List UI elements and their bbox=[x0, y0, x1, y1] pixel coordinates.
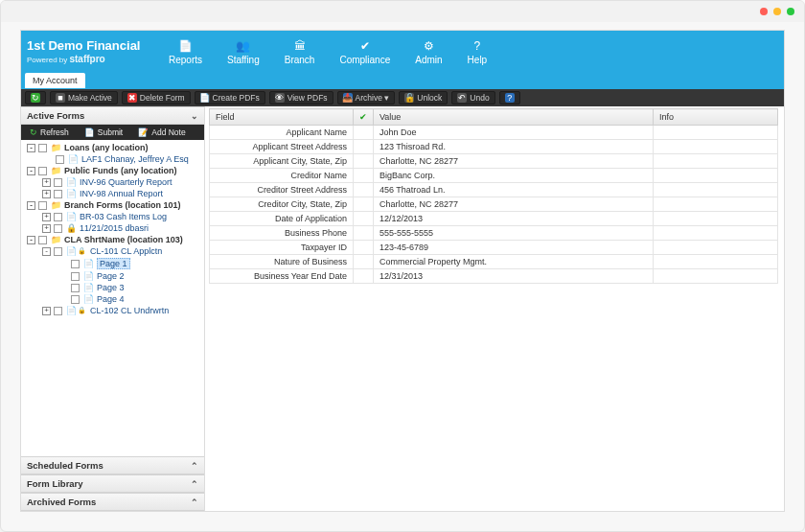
tree-item[interactable]: -📄🔒CL-101 CL Applctn bbox=[21, 245, 204, 257]
tree-view[interactable]: -📁Loans (any location)📄LAF1 Chanay, Jeff… bbox=[21, 140, 204, 456]
expand-toggle[interactable]: + bbox=[42, 224, 51, 233]
table-row[interactable]: Applicant NameJohn Doe bbox=[210, 126, 778, 140]
window-chrome bbox=[1, 1, 804, 22]
checkbox[interactable] bbox=[54, 224, 62, 233]
col-check[interactable]: ✔ bbox=[354, 109, 374, 126]
help-button[interactable]: ? bbox=[499, 91, 520, 104]
app-title: 1st Demo Financial bbox=[27, 39, 151, 53]
expand-toggle[interactable]: + bbox=[42, 178, 51, 187]
cell-info bbox=[654, 255, 778, 269]
expand-toggle[interactable]: - bbox=[27, 201, 35, 210]
accordion-active-forms[interactable]: Active Forms ⌄ bbox=[21, 106, 204, 125]
expand-toggle[interactable]: - bbox=[27, 144, 35, 152]
checkbox[interactable] bbox=[71, 295, 80, 304]
checkbox[interactable] bbox=[56, 155, 64, 164]
branch-icon: 🏛 bbox=[293, 39, 307, 53]
table-row[interactable]: Business Year End Date12/31/2013 bbox=[210, 269, 778, 284]
table-row[interactable]: Nature of BusinessCommercial Property Mg… bbox=[210, 255, 778, 269]
cell-value: Charlotte, NC 28277 bbox=[374, 154, 654, 169]
traffic-light-green[interactable] bbox=[787, 8, 794, 15]
checkbox[interactable] bbox=[54, 247, 62, 256]
refresh-button-icon: ↻ bbox=[31, 93, 40, 103]
refresh-button[interactable]: ↻ bbox=[25, 91, 46, 104]
checkbox[interactable] bbox=[54, 190, 62, 198]
traffic-light-red[interactable] bbox=[760, 8, 768, 15]
expand-toggle[interactable]: + bbox=[42, 213, 51, 221]
tree-folder[interactable]: -📁Branch Forms (location 101) bbox=[21, 199, 204, 211]
checkbox[interactable] bbox=[38, 236, 47, 244]
checkbox[interactable] bbox=[71, 272, 80, 281]
tree-item[interactable]: +📄INV-96 Quarterly Report bbox=[21, 176, 204, 188]
tree-folder[interactable]: -📁CLA ShrtName (location 103) bbox=[21, 234, 204, 245]
table-row[interactable]: Applicant City, State, ZipCharlotte, NC … bbox=[210, 154, 778, 169]
col-field[interactable]: Field bbox=[210, 109, 354, 126]
cell-info bbox=[654, 169, 778, 183]
table-row[interactable]: Creditor City, State, ZipCharlotte, NC 2… bbox=[210, 197, 778, 212]
nav-staffing[interactable]: 👥Staffing bbox=[227, 39, 260, 65]
archive-dropdown[interactable]: 📥Archive ▾ bbox=[337, 91, 396, 104]
nav-compliance[interactable]: ✔Compliance bbox=[339, 39, 390, 65]
tree-page[interactable]: 📄Page 2 bbox=[21, 270, 204, 282]
tree-page[interactable]: 📄Page 4 bbox=[21, 293, 204, 305]
accordion-scheduled-forms[interactable]: Scheduled Forms ⌃ bbox=[21, 456, 204, 474]
table-row[interactable]: Creditor Street Address456 Thatroad Ln. bbox=[210, 183, 778, 197]
undo-button[interactable]: ↶Undo bbox=[451, 91, 494, 104]
page-icon: 📄 bbox=[82, 271, 94, 281]
expand-toggle[interactable]: + bbox=[42, 190, 51, 198]
tree-page[interactable]: 📄Page 1 bbox=[21, 257, 204, 270]
cell-value: 555-555-5555 bbox=[374, 226, 654, 241]
table-row[interactable]: Date of Application12/12/2013 bbox=[210, 212, 778, 226]
cell-info bbox=[654, 183, 778, 197]
table-row[interactable]: Creditor NameBigBanc Corp. bbox=[210, 169, 778, 183]
table-row[interactable]: Taxpayer ID123-45-6789 bbox=[210, 241, 778, 255]
checkbox[interactable] bbox=[38, 201, 47, 210]
create-pdfs-button[interactable]: 📄Create PDFs bbox=[195, 91, 265, 104]
accordion-archived-forms[interactable]: Archived Forms ⌃ bbox=[21, 493, 204, 511]
make-active-button[interactable]: ■Make Active bbox=[50, 91, 118, 104]
checkbox[interactable] bbox=[54, 178, 62, 187]
tree-item[interactable]: +🔒11/21/2015 dbasri bbox=[21, 222, 204, 234]
col-value[interactable]: Value bbox=[374, 109, 654, 126]
tree-page[interactable]: 📄Page 3 bbox=[21, 282, 204, 293]
col-info[interactable]: Info bbox=[654, 109, 778, 126]
powered-by: Powered by staffpro bbox=[27, 54, 151, 64]
tree-add-note-button[interactable]: 📝Add Note bbox=[133, 127, 190, 138]
checkbox[interactable] bbox=[38, 144, 47, 152]
nav-reports[interactable]: 📄Reports bbox=[169, 39, 202, 65]
tree-refresh-button[interactable]: ↻Refresh bbox=[25, 127, 74, 138]
tree-item[interactable]: +📄🔒CL-102 CL Undrwrtn bbox=[21, 305, 204, 316]
tree-folder[interactable]: -📁Loans (any location) bbox=[21, 142, 204, 153]
view-pdfs-button[interactable]: 👁View PDFs bbox=[269, 91, 334, 104]
cell-value: 123 Thisroad Rd. bbox=[374, 140, 654, 154]
expand-toggle[interactable]: + bbox=[42, 307, 51, 315]
checkbox[interactable] bbox=[71, 260, 80, 268]
checkbox[interactable] bbox=[38, 167, 47, 175]
tab-my-account[interactable]: My Account bbox=[25, 73, 85, 88]
expand-toggle[interactable]: - bbox=[27, 167, 35, 175]
traffic-light-yellow[interactable] bbox=[773, 8, 781, 15]
accordion-label: Archived Forms bbox=[27, 497, 96, 507]
checkbox[interactable] bbox=[71, 284, 80, 292]
cell-info bbox=[654, 212, 778, 226]
tree-item[interactable]: +📄INV-98 Annual Report bbox=[21, 188, 204, 199]
cell-field: Business Year End Date bbox=[210, 269, 354, 284]
unlock-button[interactable]: 🔓Unlock bbox=[399, 91, 448, 104]
tree-folder[interactable]: -📁Public Funds (any location) bbox=[21, 165, 204, 176]
table-row[interactable]: Applicant Street Address123 Thisroad Rd. bbox=[210, 140, 778, 154]
nav-branch[interactable]: 🏛Branch bbox=[285, 39, 315, 65]
body: Active Forms ⌄ ↻Refresh 📄Submit 📝Add Not… bbox=[21, 106, 784, 511]
chevron-up-icon: ⌃ bbox=[191, 497, 198, 507]
nav-help[interactable]: ?Help bbox=[468, 39, 488, 65]
table-row[interactable]: Business Phone555-555-5555 bbox=[210, 226, 778, 241]
accordion-form-library[interactable]: Form Library ⌃ bbox=[21, 474, 204, 493]
tree-item[interactable]: 📄LAF1 Chanay, Jeffrey A Esq bbox=[21, 153, 204, 165]
expand-toggle[interactable]: - bbox=[42, 247, 51, 256]
tree-submit-button[interactable]: 📄Submit bbox=[80, 127, 127, 138]
nav-admin[interactable]: ⚙Admin bbox=[415, 39, 442, 65]
checkbox[interactable] bbox=[54, 213, 62, 221]
tree-label: Public Funds (any location) bbox=[64, 166, 177, 175]
checkbox[interactable] bbox=[54, 307, 62, 315]
delete-form-button[interactable]: ✖Delete Form bbox=[122, 91, 191, 104]
tree-item[interactable]: +📄BR-03 Cash Items Log bbox=[21, 211, 204, 222]
expand-toggle[interactable]: - bbox=[27, 236, 35, 244]
